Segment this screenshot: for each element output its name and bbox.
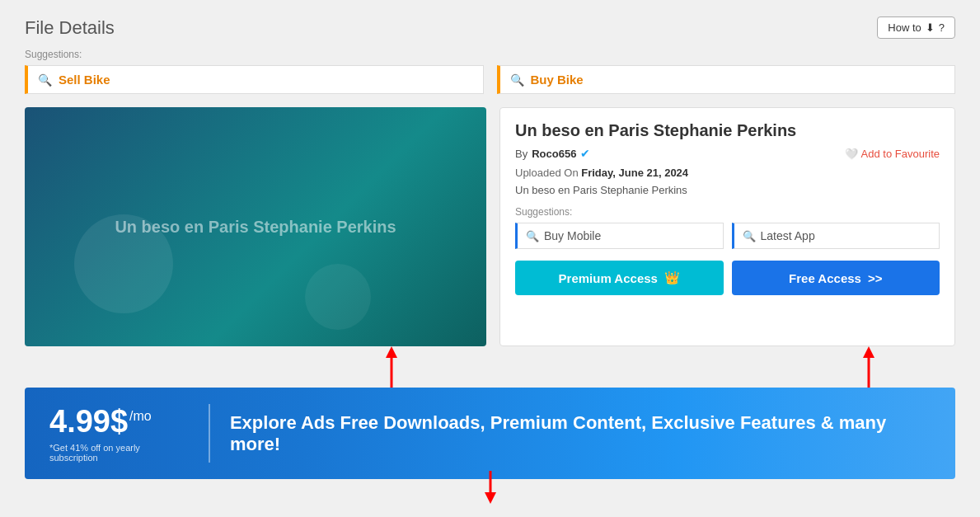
svg-marker-3 [863, 346, 874, 358]
upload-date: Friday, June 21, 2024 [581, 167, 688, 179]
main-content: Un beso en Paris Stephanie Perkins Un be… [25, 107, 955, 346]
page-header: File Details How to ⬇ ? [25, 8, 955, 49]
banner-divider [209, 404, 210, 463]
inner-suggestion-latest-app[interactable]: 🔍 Latest App [732, 223, 940, 249]
heart-icon: 🤍 [845, 148, 858, 160]
svg-marker-1 [386, 346, 397, 358]
how-to-button[interactable]: How to ⬇ ? [877, 16, 955, 39]
price-period: /mo [129, 409, 152, 424]
info-author: By Roco656 ✔ [515, 147, 590, 160]
price-value: 4.99$ [49, 404, 128, 439]
info-by-row: By Roco656 ✔ 🤍 Add to Favourite [515, 147, 940, 160]
suggestions-row-top: 🔍 Sell Bike 🔍 Buy Bike [25, 65, 955, 94]
page-title: File Details [25, 17, 115, 39]
upload-info: Uploaded On Friday, June 21, 2024 [515, 167, 940, 179]
inner-suggestions-label: Suggestions: [515, 206, 940, 218]
preview-title: Un beso en Paris Stephanie Perkins [98, 201, 412, 253]
info-panel: Un beso en Paris Stephanie Perkins By Ro… [499, 107, 955, 346]
red-arrow-premium [379, 346, 404, 388]
inner-suggestions-row: 🔍 Buy Mobile 🔍 Latest App [515, 223, 940, 249]
decorative-circle-2 [305, 264, 371, 330]
suggestions-label-top: Suggestions: [25, 49, 955, 60]
search-icon-3: 🔍 [526, 230, 539, 242]
suggestion-query-1: Sell Bike [59, 73, 110, 87]
inner-query-1: Buy Mobile [544, 229, 601, 242]
chevron-right-icon: >> [868, 271, 883, 285]
inner-suggestion-buy-mobile[interactable]: 🔍 Buy Mobile [515, 223, 724, 249]
premium-access-button[interactable]: Premium Access 👑 [515, 261, 724, 295]
suggestion-item-buy-bike[interactable]: 🔍 Buy Bike [497, 65, 956, 94]
banner-price: 4.99$ /mo [49, 404, 189, 439]
upload-label: Uploaded On [515, 167, 579, 179]
free-access-button[interactable]: Free Access >> [732, 261, 940, 295]
verified-icon: ✔ [580, 147, 590, 160]
add-to-favourite-button[interactable]: 🤍 Add to Favourite [845, 148, 940, 160]
free-label: Free Access [789, 271, 861, 285]
preview-panel: Un beso en Paris Stephanie Perkins [25, 107, 486, 346]
by-label: By [515, 148, 528, 160]
crown-icon: 👑 [664, 270, 680, 285]
action-buttons: Premium Access 👑 Free Access >> [515, 261, 940, 295]
banner-price-section: 4.99$ /mo *Get 41% off on yearly subscri… [49, 404, 189, 463]
how-to-label: How to [888, 21, 921, 34]
promo-banner[interactable]: 4.99$ /mo *Get 41% off on yearly subscri… [25, 388, 955, 479]
suggestion-item-sell-bike[interactable]: 🔍 Sell Bike [25, 65, 484, 94]
search-icon-1: 🔍 [38, 73, 52, 87]
more-from-section: More From Roco656 ✔ View All [25, 504, 955, 517]
suggestion-query-2: Buy Bike [531, 73, 584, 87]
inner-query-2: Latest App [761, 229, 815, 242]
bottom-annotation [25, 471, 955, 504]
search-icon-2: 🔍 [510, 73, 524, 87]
question-mark: ? [939, 21, 945, 34]
search-icon-4: 🔍 [743, 230, 756, 242]
download-icon: ⬇ [926, 21, 935, 34]
premium-label: Premium Access [559, 271, 658, 285]
top-suggestions-section: Suggestions: 🔍 Sell Bike 🔍 Buy Bike [25, 49, 955, 94]
banner-note: *Get 41% off on yearly subscription [49, 443, 189, 463]
info-title: Un beso en Paris Stephanie Perkins [515, 121, 940, 140]
red-arrow-down [478, 471, 503, 504]
add-fav-label: Add to Favourite [861, 148, 940, 160]
red-arrow-free [856, 346, 881, 388]
annotation-area [25, 346, 955, 388]
svg-marker-5 [485, 492, 496, 504]
author-name[interactable]: Roco656 [532, 148, 576, 160]
info-description: Un beso en Paris Stephanie Perkins [515, 184, 940, 196]
banner-text: Explore Ads Free Downloads, Premium Cont… [230, 412, 931, 455]
